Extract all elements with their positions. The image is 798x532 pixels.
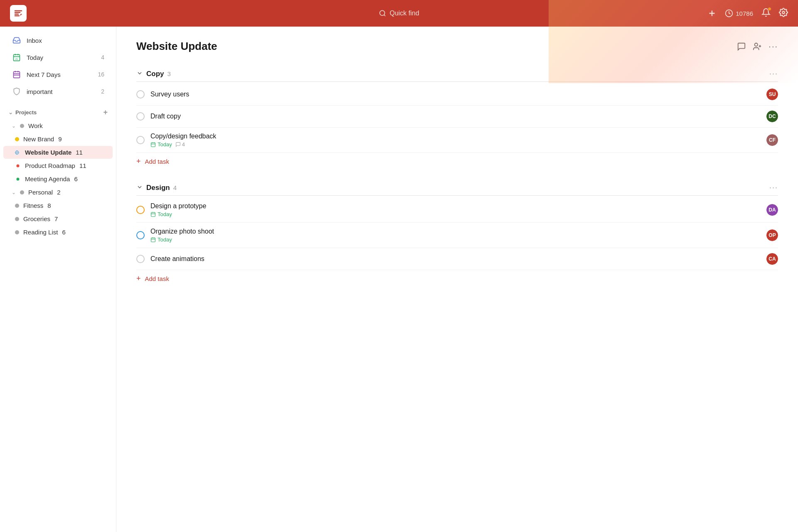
sidebar-item-today[interactable]: 21 Today 4 xyxy=(3,49,113,66)
task-content-1-1: Organize photo shoot Today xyxy=(150,228,761,243)
add-member-button[interactable] xyxy=(753,42,762,51)
fitness-label: Fitness xyxy=(23,202,43,209)
task-name-1-0: Design a prototype xyxy=(150,202,761,210)
task-content-0-2: Copy/design feedback Today 4 xyxy=(150,133,761,148)
projects-label: Projects xyxy=(15,109,37,116)
sidebar-item-next7[interactable]: Next 7 Days 16 xyxy=(3,66,113,83)
task-checkbox-1-1[interactable] xyxy=(136,231,145,239)
task-row-1-0[interactable]: Design a prototype Today DA xyxy=(136,197,778,223)
task-name-0-1: Draft copy xyxy=(150,113,761,120)
sidebar-item-website-update[interactable]: Website Update 11 xyxy=(3,146,113,159)
section-more-0[interactable]: ··· xyxy=(769,69,778,78)
important-count: 2 xyxy=(101,88,104,95)
section-collapse-0[interactable] xyxy=(136,70,143,78)
sidebar-item-groceries[interactable]: Groceries 7 xyxy=(3,212,113,225)
personal-label: Personal xyxy=(28,189,53,196)
today-icon: 21 xyxy=(12,52,22,62)
task-row-0-1[interactable]: Draft copy DC xyxy=(136,106,778,128)
task-name-0-0: Survey users xyxy=(150,91,761,98)
add-task-button[interactable] xyxy=(707,9,717,18)
task-row-0-2[interactable]: Copy/design feedback Today 4 CF xyxy=(136,128,778,153)
gear-icon xyxy=(779,8,788,17)
notification-dot xyxy=(768,7,771,11)
important-icon xyxy=(12,86,22,96)
task-checkbox-0-1[interactable] xyxy=(136,112,145,121)
page-title: Website Update xyxy=(136,40,217,53)
app-logo[interactable] xyxy=(10,5,27,22)
svg-text:21: 21 xyxy=(15,58,18,60)
avatar-img: SU xyxy=(766,89,778,100)
sidebar: Inbox 21 Today 4 xyxy=(0,27,116,532)
notifications-button[interactable] xyxy=(761,8,771,19)
reading-list-dot xyxy=(15,230,19,234)
add-task-button-0[interactable]: + Add task xyxy=(136,153,778,170)
groceries-dot xyxy=(15,217,19,221)
sidebar-item-work[interactable]: ⌄ Work xyxy=(3,119,113,132)
task-content-1-2: Create animations xyxy=(150,255,761,263)
task-avatar-0-1: DC xyxy=(766,111,778,122)
sidebar-item-new-brand[interactable]: New Brand 9 xyxy=(3,133,113,145)
next7-count: 16 xyxy=(98,71,104,78)
sidebar-item-important[interactable]: important 2 xyxy=(3,83,113,100)
reading-list-label: Reading List xyxy=(23,229,58,236)
add-task-plus-icon-1: + xyxy=(136,274,141,283)
work-dot xyxy=(20,124,24,128)
avatar-img: CF xyxy=(766,134,778,146)
add-task-button-1[interactable]: + Add task xyxy=(136,270,778,287)
next7-icon xyxy=(12,69,22,79)
search-bar[interactable]: Quick find xyxy=(379,10,419,17)
main-content: Website Update xyxy=(116,27,798,532)
task-avatar-0-0: SU xyxy=(766,89,778,100)
section-collapse-1[interactable] xyxy=(136,184,143,192)
sidebar-item-fitness[interactable]: Fitness 8 xyxy=(3,199,113,212)
task-comments: 4 xyxy=(175,141,185,148)
task-checkbox-0-0[interactable] xyxy=(136,90,145,99)
sidebar-item-inbox[interactable]: Inbox xyxy=(3,32,113,49)
topbar-actions: 10786 xyxy=(707,8,788,19)
sidebar-item-reading-list[interactable]: Reading List 6 xyxy=(3,226,113,239)
groceries-count: 7 xyxy=(54,215,58,222)
sections-container: Copy 3 ··· Survey users SU Draft copy DC xyxy=(136,66,778,287)
task-row-0-0[interactable]: Survey users SU xyxy=(136,84,778,106)
task-today: Today xyxy=(150,236,172,243)
personal-collapse-icon: ⌄ xyxy=(12,190,16,195)
personal-dot xyxy=(20,190,24,195)
task-checkbox-1-2[interactable] xyxy=(136,255,145,263)
section-count-1: 4 xyxy=(173,184,177,191)
task-content-1-0: Design a prototype Today xyxy=(150,202,761,217)
section-more-1[interactable]: ··· xyxy=(769,183,778,192)
sidebar-item-meeting-agenda[interactable]: Meeting Agenda 6 xyxy=(3,172,113,185)
product-roadmap-label: Product Roadmap xyxy=(25,162,75,169)
more-options-button[interactable]: ··· xyxy=(768,42,778,51)
fitness-dot xyxy=(15,204,19,208)
content-header: Website Update xyxy=(136,40,778,53)
task-row-1-1[interactable]: Organize photo shoot Today OP xyxy=(136,223,778,248)
task-checkbox-1-0[interactable] xyxy=(136,206,145,214)
section-title-row-0: Copy 3 ··· xyxy=(136,66,778,82)
sidebar-item-personal[interactable]: ⌄ Personal 2 xyxy=(3,186,113,199)
svg-point-2 xyxy=(782,11,785,14)
task-meta: Today xyxy=(150,236,761,243)
settings-button[interactable] xyxy=(779,8,788,19)
task-name-1-2: Create animations xyxy=(150,255,761,263)
task-checkbox-0-2[interactable] xyxy=(136,136,145,144)
projects-section-header: ⌄ Projects + xyxy=(0,103,116,118)
task-meta: Today 4 xyxy=(150,141,761,148)
comments-button[interactable] xyxy=(737,42,746,51)
meeting-agenda-count: 6 xyxy=(74,175,77,182)
section-title-left-1: Design 4 xyxy=(136,184,177,192)
sidebar-item-product-roadmap[interactable]: Product Roadmap 11 xyxy=(3,159,113,172)
section-title-row-1: Design 4 ··· xyxy=(136,180,778,196)
karma-counter[interactable]: 10786 xyxy=(725,9,753,17)
personal-count: 2 xyxy=(57,189,60,196)
task-row-1-2[interactable]: Create animations CA xyxy=(136,248,778,270)
section-0: Copy 3 ··· Survey users SU Draft copy DC xyxy=(136,66,778,170)
projects-collapse-button[interactable]: ⌄ xyxy=(8,109,13,116)
task-avatar-1-0: DA xyxy=(766,204,778,216)
new-brand-label: New Brand xyxy=(23,135,54,143)
task-name-0-2: Copy/design feedback xyxy=(150,133,761,140)
important-label: important xyxy=(27,88,96,95)
add-project-button[interactable]: + xyxy=(103,108,108,117)
karma-value: 10786 xyxy=(736,10,753,17)
task-avatar-1-1: OP xyxy=(766,229,778,241)
